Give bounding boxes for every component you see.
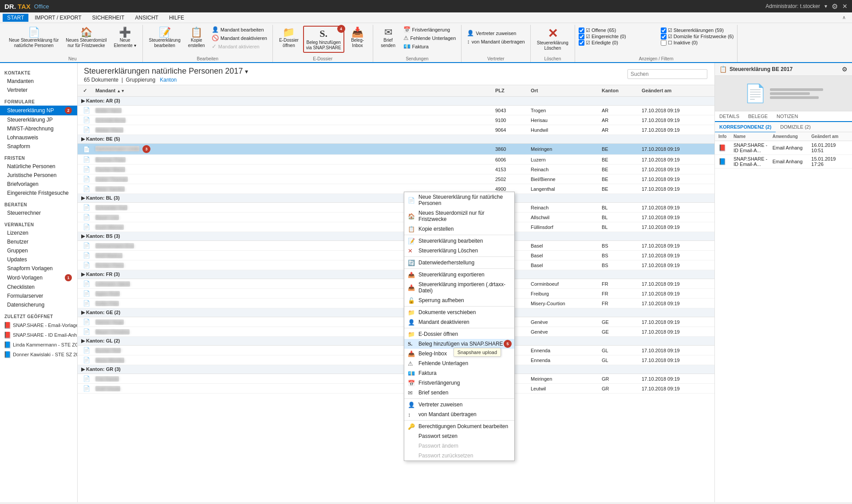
ctx-sperrung[interactable]: 🔓 Sperrung aufheben: [404, 295, 514, 305]
filter-eingereichte[interactable]: ☑ Eingereichte (0): [579, 34, 652, 39]
table-row[interactable]: 📄 Steiner Hugo 1201 Genève GE 17.10.2018…: [78, 317, 714, 327]
title-dropdown-icon[interactable]: ▾: [245, 68, 248, 75]
window-controls[interactable]: ✕: [842, 3, 848, 10]
filter-inaktive[interactable]: ☐ Inaktive (0): [661, 40, 734, 46]
table-row-be-1[interactable]: 📄 Kammermann Linda 3 3860 Meiringen BE 1…: [78, 144, 714, 155]
tab-belege[interactable]: BELEGE: [744, 111, 772, 122]
detail-row-2[interactable]: 📘 SNAP.SHARE - ID Email-A... Email Anhan…: [715, 155, 852, 169]
filter-erledigte-checkbox[interactable]: [579, 40, 584, 46]
search-input[interactable]: [627, 69, 707, 79]
ctx-kopie-erstellen[interactable]: 📋 Kopie erstellen: [404, 224, 514, 234]
detail-row-1[interactable]: 📕 SNAP.SHARE - ID Email-A... Email Anhan…: [715, 141, 852, 155]
kopie-erstellen-button[interactable]: 📋 Kopieerstellen: [185, 26, 208, 50]
vertreter-zuweisen-btn[interactable]: 👤 Vertreter zuweisen: [465, 29, 526, 37]
table-row[interactable]: 📄 Keller Fritz 1721 Misery-Courtion FR 1…: [78, 299, 714, 308]
table-row[interactable]: 📄 Schneider Karl 4153 Reinach BL 17.10.2…: [78, 203, 714, 213]
ctx-dokumente-verschieben[interactable]: 📁 Dokumente verschieben: [404, 307, 514, 317]
group-fr[interactable]: ▶ Kanton: FR (3): [78, 270, 714, 279]
sidebar-item-gruppen[interactable]: Gruppen: [0, 246, 77, 255]
col-mandant[interactable]: Mandant ▲▼: [94, 87, 493, 94]
table-row[interactable]: 📄 Bucher Rolf 8755 Ennenda GL 17.10.2018…: [78, 346, 714, 355]
fristverlängerung-btn[interactable]: 📅 Fristverlängerung: [402, 26, 458, 33]
group-gl[interactable]: ▶ Kanton: GL (2): [78, 337, 714, 346]
group-bs[interactable]: ▶ Kanton: BS (3): [78, 232, 714, 241]
table-row[interactable]: 📄 Richter Petra 4052 Basel BS 17.10.2018…: [78, 260, 714, 270]
sidebar-item-updates[interactable]: Updates: [0, 255, 77, 264]
ctx-brief-senden[interactable]: ✉ Brief senden: [404, 388, 514, 398]
sidebar-item-steuerrechner[interactable]: Steuerrechner: [0, 209, 77, 217]
new-steuererklarung-button[interactable]: 📄 Neue Steuererklärung fürnatürliche Per…: [6, 26, 61, 50]
fehlende-unterlagen-btn[interactable]: ⚠ Fehlende Unterlagen: [402, 34, 458, 42]
ctx-steuererklarung-bearbeiten[interactable]: 📝 Steuererklärung bearbeiten: [404, 236, 514, 246]
table-row[interactable]: 📄 Huber Thomas 2502 Biel/Bienne BE 17.10…: [78, 174, 714, 184]
zuletzt-item-2[interactable]: 📕 SNAP.SHARE - ID Email-Anh...: [0, 330, 77, 340]
table-row[interactable]: 📄 Frei Daniel 3860 Meiringen GR 17.10.20…: [78, 374, 714, 384]
filter-steuererklarungen[interactable]: ☑ Steuererklärungen (59): [661, 28, 734, 33]
ctx-exportieren[interactable]: 📤 Steuererklärung exportieren: [404, 270, 514, 280]
group-gr[interactable]: ▶ Kanton: GR (3): [78, 365, 714, 374]
von-mandant-ubertragen-btn[interactable]: ↕ von Mandant übertragen: [465, 38, 526, 45]
ctx-importieren[interactable]: 📥 Steuererklärung importieren (.drtaxx-D…: [404, 280, 514, 295]
table-row[interactable]: 📄 Müller Hans 9043 Trogen AR 17.10.2018 …: [78, 106, 714, 115]
sidebar-item-steuererklarung-np[interactable]: Steuererklärung NP 2: [0, 106, 77, 115]
sidebar-item-datensicherung[interactable]: Datensicherung: [0, 300, 77, 309]
table-row[interactable]: 📄 Brunner Peter 6006 Luzern BE 17.10.201…: [78, 155, 714, 165]
sidebar-item-mwst[interactable]: MWST-Abrechnung: [0, 124, 77, 133]
filter-eingereichte-checkbox[interactable]: [579, 34, 584, 39]
new-steuerdomizil-button[interactable]: 🏠 Neues Steuerdomizilnur für Fristzwecke: [63, 26, 109, 50]
sidebar-item-formularserver[interactable]: Formularserver: [0, 291, 77, 300]
sidebar-item-word-vorlagen[interactable]: Word-Vorlagen 1: [0, 273, 77, 283]
subtab-domizile[interactable]: DOMIZILE (2): [776, 122, 815, 133]
table-row[interactable]: 📄 Mayer Christine 1206 Genève GE 17.10.2…: [78, 327, 714, 337]
ctx-fristverlängerung[interactable]: 📅 Fristverlängerung: [404, 378, 514, 388]
sidebar-item-lizenzen[interactable]: Lizenzen: [0, 228, 77, 237]
menu-sicherheit[interactable]: SICHERHEIT: [88, 14, 129, 22]
zuletzt-item-4[interactable]: 📘 Donner Kawislaki - STE SZ 20...: [0, 350, 77, 359]
ctx-faktura[interactable]: 💶 Faktura: [404, 368, 514, 378]
steuererklarung-bearbeiten-button[interactable]: 📝 Steuererklärungbearbeiten: [146, 26, 183, 50]
ctx-vertreter-zuweisen[interactable]: 👤 Vertreter zuweisen: [404, 400, 514, 410]
beleg-inbox-button[interactable]: 📥 Beleg-Inbox: [346, 26, 369, 50]
zuletzt-item-1[interactable]: 📕 SNAP.SHARE - Email-Vorlage ...: [0, 320, 77, 330]
settings-icon[interactable]: ⚙: [832, 2, 838, 11]
menubar-collapse[interactable]: ∧: [839, 14, 849, 21]
table-row[interactable]: 📄 Fischer Maria 4153 Reinach BE 17.10.20…: [78, 165, 714, 174]
sidebar-item-vertreter[interactable]: Vertreter: [0, 86, 77, 94]
table-row[interactable]: 📄 Koch Werner 4414 Füllinsdorf BL 17.10.…: [78, 222, 714, 232]
kanton-link[interactable]: Kanton: [160, 77, 177, 83]
menu-import-export[interactable]: IMPORT / EXPORT: [30, 14, 86, 22]
ctx-passwort-setzen[interactable]: Passwort setzen: [404, 431, 514, 441]
group-be[interactable]: ▶ Kanton: BE (5): [78, 135, 714, 144]
beleg-hinzufugen-button[interactable]: S. Beleg hinzufügenvia SNAP.SHARE 4: [303, 26, 344, 53]
ctx-von-mandant[interactable]: ↕ von Mandant übertragen: [404, 410, 514, 419]
steuererklarung-loschen-button[interactable]: ✕ SteuererklärungLöschen: [534, 26, 571, 53]
menu-start[interactable]: START: [3, 14, 28, 22]
sidebar-item-benutzer[interactable]: Benutzer: [0, 237, 77, 246]
ctx-neues-steuerdomizil[interactable]: 🏠 Neues Steuerdomizil nur für Fristzweck…: [404, 208, 514, 224]
filter-steuererklarungen-checkbox[interactable]: [661, 28, 667, 33]
sidebar-item-steuererklarung-jp[interactable]: Steuererklärung JP: [0, 115, 77, 124]
subtab-korrespondenz[interactable]: KORRESPONDENZ (2): [715, 122, 776, 133]
table-row[interactable]: 📄 Graf Ursula 8589 Leutwil GR 17.10.2018…: [78, 384, 714, 394]
right-panel-gear-icon[interactable]: ⚙: [842, 66, 848, 73]
table-row[interactable]: 📄 Weber Klaus 9064 Hundwil AR 17.10.2018…: [78, 125, 714, 135]
table-row[interactable]: 📄 Zimmermann Eva 4051 Basel BS 17.10.201…: [78, 241, 714, 251]
sidebar-item-mandanten[interactable]: Mandanten: [0, 77, 77, 86]
filter-erledigte[interactable]: ☑ Erledigte (0): [579, 40, 652, 46]
faktura-btn[interactable]: 💶 Faktura: [402, 43, 458, 50]
menu-ansicht[interactable]: ANSICHT: [130, 14, 163, 22]
ctx-berechtigungen[interactable]: 🔑 Berechtigungen Dokument bearbeiten: [404, 421, 514, 431]
sidebar-item-snapform-vorlagen[interactable]: Snapform Vorlagen: [0, 264, 77, 273]
filter-offene-checkbox[interactable]: [579, 28, 584, 33]
table-row[interactable]: 📄 Wyss Monika 8755 Ennenda GL 17.10.2018…: [78, 355, 714, 365]
ctx-neue-steuererklarung[interactable]: 📄 Neue Steuererklärung für natürliche Pe…: [404, 192, 514, 208]
tab-details[interactable]: DETAILS: [715, 111, 744, 122]
ctx-datenwiederherstellung[interactable]: 🔄 Datenwiederherstellung: [404, 258, 514, 268]
filter-domizile[interactable]: ☑ Domizile für Fristzwecke (6): [661, 34, 734, 39]
filter-domizile-checkbox[interactable]: [661, 34, 667, 39]
sidebar-item-juristische-personen[interactable]: Juristische Personen: [0, 171, 77, 180]
group-bl[interactable]: ▶ Kanton: BL (3): [78, 194, 714, 203]
zuletzt-item-3[interactable]: 📘 Linda Kammermann - STE ZG...: [0, 340, 77, 350]
ctx-fehlende-unterlagen[interactable]: ⚠ Fehlende Unterlagen: [404, 358, 514, 368]
table-row[interactable]: 📄 Schmidt Anna 9100 Herisau AR 17.10.201…: [78, 115, 714, 125]
